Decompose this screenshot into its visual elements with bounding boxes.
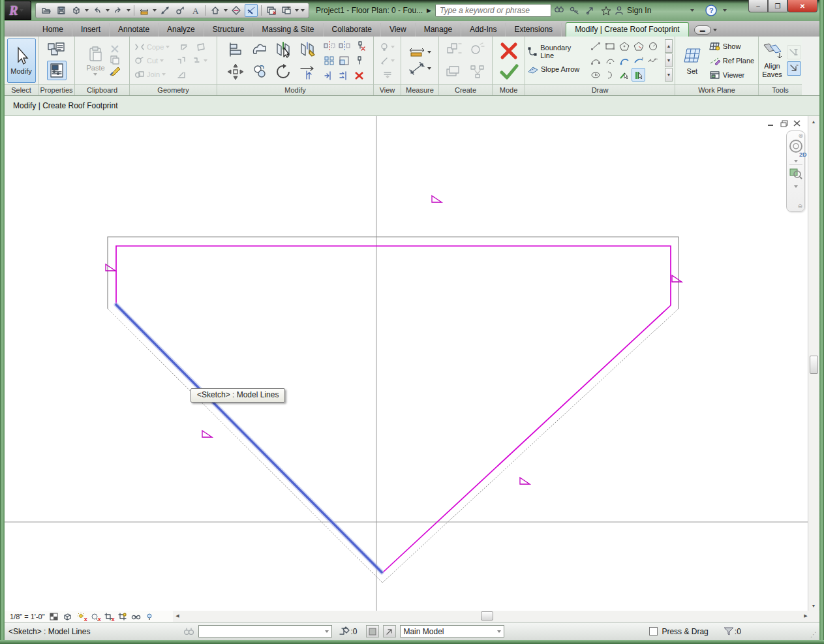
unpin-button[interactable] xyxy=(352,38,367,53)
worksets-dropdown[interactable] xyxy=(198,625,332,637)
save-button[interactable] xyxy=(55,4,68,17)
draw-circle-tool[interactable] xyxy=(646,39,660,53)
detail-level-icon[interactable] xyxy=(49,612,59,621)
trim-extend-multiple-button[interactable] xyxy=(337,69,352,83)
panel-label-mode[interactable]: Mode xyxy=(493,84,525,95)
close-button[interactable]: ✕ xyxy=(787,0,817,12)
aligned-dimension-button[interactable] xyxy=(159,4,172,17)
slope-triangle-icon[interactable] xyxy=(202,431,212,437)
draw-spline-tool[interactable] xyxy=(646,54,660,67)
chevron-down-icon[interactable] xyxy=(690,9,694,12)
offset-button[interactable] xyxy=(248,38,271,60)
tag-button[interactable] xyxy=(174,4,187,17)
panel-label-geometry[interactable]: Geometry xyxy=(130,84,217,95)
minimize-button[interactable]: – xyxy=(748,0,768,12)
navbar-collapse-icon[interactable]: ⊖ xyxy=(797,203,802,209)
type-properties-button[interactable] xyxy=(47,41,67,58)
create-assembly-button[interactable] xyxy=(443,64,465,80)
unjoin-icon[interactable] xyxy=(176,56,187,65)
view-close-icon[interactable] xyxy=(793,119,801,127)
tab-view[interactable]: View xyxy=(381,23,416,37)
wall-joins-icon[interactable] xyxy=(179,42,190,52)
sketch-boundary-right-diagonal[interactable] xyxy=(382,305,671,573)
panel-label-measure[interactable]: Measure xyxy=(401,84,438,95)
draw-circumscribed-polygon-tool[interactable] xyxy=(632,39,645,53)
mirror-draw-axis-button[interactable] xyxy=(337,38,352,53)
zoom-button[interactable] xyxy=(789,167,803,182)
panel-label-properties[interactable]: Properties xyxy=(38,84,74,95)
view-scale-button[interactable]: 1/8" = 1'-0" xyxy=(10,613,45,621)
scroll-right-icon[interactable]: ▶ xyxy=(801,611,810,621)
steering-wheel-menu-icon[interactable] xyxy=(794,160,798,162)
wall-outline[interactable] xyxy=(108,237,679,309)
subscription-key-icon[interactable] xyxy=(567,3,583,18)
align-button[interactable] xyxy=(224,38,247,60)
tab-home[interactable]: Home xyxy=(34,23,72,37)
roof-footprint-sketch[interactable] xyxy=(5,116,808,611)
tab-manage[interactable]: Manage xyxy=(416,23,461,37)
ref-plane-button[interactable]: Ref Plane xyxy=(709,54,754,67)
zoom-menu-icon[interactable] xyxy=(794,185,798,188)
linework-button[interactable] xyxy=(380,54,395,67)
measure-button[interactable] xyxy=(138,4,151,17)
split-face-icon[interactable] xyxy=(177,70,187,79)
panel-label-tools[interactable]: Tools xyxy=(759,84,802,95)
cancel-sketch-button[interactable] xyxy=(499,42,519,60)
sun-path-icon[interactable]: x xyxy=(76,612,86,621)
steering-wheel-button[interactable]: 2D xyxy=(787,139,804,157)
split-with-gap-button[interactable] xyxy=(296,38,320,60)
mirror-pick-axis-button[interactable] xyxy=(322,38,337,53)
active-design-option-dropdown[interactable]: Main Model xyxy=(400,625,504,637)
boundary-line-button[interactable]: Boundary Line xyxy=(527,46,585,58)
trim-extend-corner-button[interactable] xyxy=(296,61,320,82)
press-drag-checkbox[interactable] xyxy=(649,627,658,636)
chevron-down-icon[interactable] xyxy=(295,9,299,12)
section-button[interactable] xyxy=(230,4,243,17)
chevron-down-icon[interactable] xyxy=(106,9,110,12)
design-options-icon[interactable] xyxy=(339,626,350,636)
ribbon-state-toggle[interactable]: ▬ xyxy=(694,25,717,35)
modify-tool-button[interactable]: Modify xyxy=(7,38,36,83)
tab-annotate[interactable]: Annotate xyxy=(110,23,159,37)
draw-center-ends-arc-tool[interactable] xyxy=(603,54,617,67)
delete-button[interactable] xyxy=(352,69,367,83)
sketch-boundary-top[interactable] xyxy=(116,246,671,305)
split-element-button[interactable] xyxy=(272,38,296,60)
switch-windows-button[interactable] xyxy=(280,4,293,17)
customize-qat-icon[interactable] xyxy=(301,9,305,12)
scroll-up-icon[interactable]: ▲ xyxy=(808,116,819,127)
join-button[interactable]: Join xyxy=(134,68,187,80)
filter-icon[interactable] xyxy=(723,626,735,636)
tab-collaborate[interactable]: Collaborate xyxy=(324,23,381,37)
tab-extensions[interactable]: Extensions xyxy=(506,23,562,37)
array-button[interactable] xyxy=(322,54,337,68)
wall-outline-right-diagonal[interactable] xyxy=(382,309,679,583)
tab-modify-create-roof-footprint[interactable]: Modify | Create Roof Footprint xyxy=(566,22,689,37)
close-hidden-windows-button[interactable] xyxy=(265,4,278,17)
help-icon[interactable]: ? xyxy=(703,3,719,18)
pick-lines-tool[interactable] xyxy=(617,68,631,82)
finish-sketch-button[interactable] xyxy=(499,64,519,80)
copy-to-clipboard-icon[interactable] xyxy=(109,55,121,65)
measure-between-refs-button[interactable] xyxy=(408,46,431,59)
move-button[interactable] xyxy=(224,61,247,82)
create-group-button[interactable] xyxy=(443,41,465,57)
override-graphics-button[interactable] xyxy=(380,40,395,53)
view-minimize-icon[interactable] xyxy=(767,119,775,127)
vertical-scrollbar[interactable]: ▲ ▼ xyxy=(808,116,819,611)
sync-with-central-button[interactable] xyxy=(70,4,83,17)
application-menu-button[interactable]: R xyxy=(1,1,31,20)
scroll-left-icon[interactable]: ◀ xyxy=(173,611,182,621)
chevron-down-icon[interactable] xyxy=(723,9,727,12)
draw-partial-ellipse-tool[interactable] xyxy=(603,68,617,82)
extend-to-wall-core-button[interactable] xyxy=(787,61,801,76)
rotate-button[interactable] xyxy=(272,61,296,82)
create-similar-button[interactable] xyxy=(466,41,489,57)
draw-fillet-arc-tool[interactable] xyxy=(632,54,645,67)
default-3d-view-button[interactable] xyxy=(209,4,222,17)
show-crop-region-icon[interactable] xyxy=(117,612,127,621)
view-restore-icon[interactable] xyxy=(780,119,788,127)
crop-view-icon[interactable]: x xyxy=(104,612,114,621)
panel-label-modify[interactable]: Modify xyxy=(217,84,373,95)
tab-structure[interactable]: Structure xyxy=(204,23,254,37)
